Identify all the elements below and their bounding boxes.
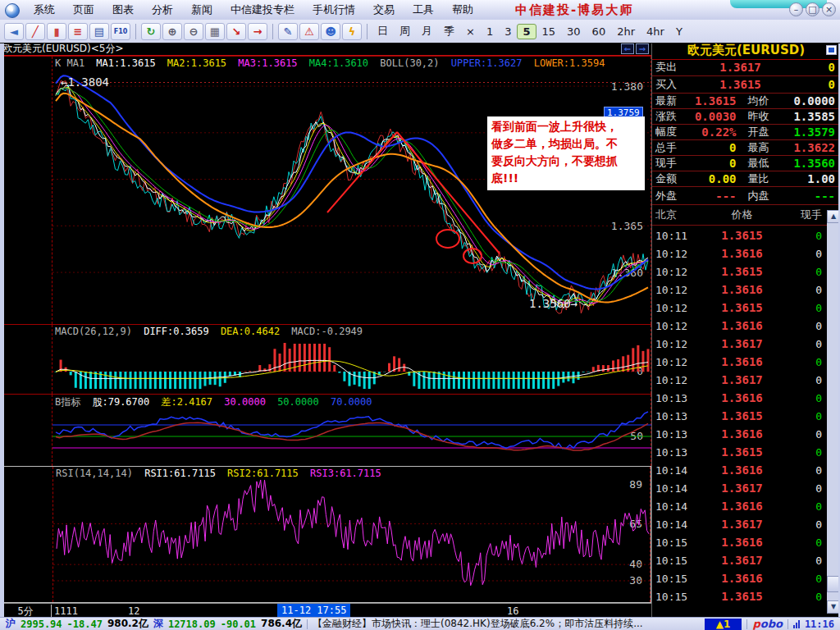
menu-item-8[interactable]: 工具 (404, 0, 443, 20)
pobo-logo: pobo (752, 618, 782, 630)
news-ticker[interactable]: 【金融财经】市场快讯：理士(0842.HK)登场破底6.2%；即市沽压料持续..… (313, 617, 700, 630)
tape-row: 10:151.36160 (652, 533, 827, 551)
b-diff-value: 差:2.4167 (162, 396, 213, 408)
tape-row: 10:121.36150 (652, 299, 827, 317)
tape-volume: 0 (781, 302, 827, 314)
tape-volume: 0 (781, 374, 827, 386)
zoom-in-icon[interactable]: ⊕ (162, 23, 182, 40)
period-button-30[interactable]: 30 (561, 24, 587, 39)
menu-item-3[interactable]: 分析 (143, 0, 182, 20)
quote-list-icon[interactable]: ≡ (68, 23, 88, 40)
tape-volume: 0 (781, 555, 827, 567)
period-button-季[interactable]: 季 (438, 22, 460, 40)
macd-pane[interactable]: 0 MACD(26,12,9) DIFF:0.3659 DEA:0.4642 M… (0, 324, 651, 394)
rsi-title: RSI(14,14,14) (56, 468, 133, 479)
period-button-15[interactable]: 15 (536, 24, 562, 39)
alarm-icon[interactable]: ⚠ (299, 23, 319, 40)
tape-time: 10:12 (652, 284, 703, 296)
rsi-pane[interactable]: 89654030 RSI(14,14,14) RSI1:61.7115 RSI2… (0, 466, 651, 603)
period-button-5[interactable]: 5 (517, 24, 536, 39)
b-line70-value: 70.0000 (331, 396, 372, 408)
tape-price: 1.3615 (703, 229, 781, 242)
quote-value: 1.3622 (784, 141, 840, 154)
quote-label: 内盘 (745, 189, 784, 203)
tape-time: 10:12 (652, 338, 703, 350)
quote-row-3: 总手0最高1.3622 (652, 140, 840, 156)
menu-item-7[interactable]: 交易 (364, 0, 404, 20)
trade-note-annotation[interactable]: 看到前面一波上升很快， 做多二单，均损出局。不 要反向大方向，不要想抓 底!!! (487, 116, 645, 190)
toolbar: ◄╱▮≡▤F10↻⊕⊖▦↘→✎⚠☻ϟ日周月季×1351530602hr4hrY (0, 20, 840, 43)
main-plot-area[interactable] (52, 57, 651, 324)
period-button-60[interactable]: 60 (587, 24, 612, 39)
quote-row-2: 幅度0.22%开盘1.3579 (652, 125, 840, 140)
window-next-icon[interactable]: ↘ (226, 23, 246, 40)
menu-item-1[interactable]: 页面 (64, 0, 103, 20)
period-button-2hr[interactable]: 2hr (611, 24, 641, 39)
statusbar-divider (788, 619, 788, 629)
tape-volume: 0 (781, 248, 827, 260)
page-jump-icon[interactable]: → (248, 23, 267, 40)
macd-value: MACD:-0.2949 (291, 326, 363, 337)
rsi2-value: RSI2:61.7115 (227, 468, 299, 479)
line-chart-icon[interactable]: ╱ (25, 23, 45, 40)
quote-panel: 欧元美元(EURUSD) 卖出 1.3617 0 买入 1.3615 0 最新1… (651, 43, 840, 617)
tape-time: 10:15 (652, 536, 703, 549)
prev-chart-button[interactable]: ⇐ (621, 43, 634, 54)
quote-row-1: 涨跌0.0030昨收1.3585 (652, 109, 840, 125)
tape-time: 10:15 (652, 591, 703, 603)
window-title: 中信建投-博易大师 (515, 2, 633, 18)
period-button-周[interactable]: 周 (394, 22, 416, 40)
period-button-3[interactable]: 3 (499, 24, 517, 39)
panel-layout-icon[interactable] (826, 45, 837, 55)
alert-indicator[interactable]: ▲1 (705, 619, 742, 630)
time-tick-1: 1111 (54, 605, 78, 617)
f10-icon[interactable]: F10 (111, 23, 130, 40)
back-icon[interactable]: ◄ (4, 23, 24, 40)
refresh-icon[interactable]: ↻ (141, 23, 161, 40)
rsi-plot-area[interactable] (52, 467, 651, 602)
tape-price: 1.3615 (703, 445, 781, 459)
b-line30-value: 30.0000 (224, 396, 266, 408)
menu-item-5[interactable]: 中信建投专栏 (221, 0, 304, 20)
tape-price: 1.3615 (703, 409, 781, 422)
period-button-Y[interactable]: Y (670, 24, 688, 39)
next-chart-button[interactable]: ⇒ (636, 43, 649, 54)
kline-chart-icon[interactable]: ▮ (47, 23, 66, 40)
quote-value: 1.3585 (784, 110, 840, 123)
period-button-4hr[interactable]: 4hr (641, 24, 670, 39)
tape-time: 10:15 (652, 573, 703, 585)
hand-icon[interactable]: ▦ (205, 23, 225, 40)
tape-price: 1.3616 (703, 283, 781, 296)
period-button-月[interactable]: 月 (416, 22, 438, 40)
report-icon[interactable]: ▤ (89, 23, 109, 40)
users-icon[interactable]: ☻ (321, 23, 340, 40)
period-button-日[interactable]: 日 (372, 22, 394, 40)
tape-row: 10:121.36170 (652, 335, 827, 353)
draw-line-icon[interactable]: ✎ (278, 23, 298, 40)
app-icon[interactable] (5, 3, 20, 18)
menu-bar: 系统页面图表分析新闻中信建投专栏手机行情交易工具帮助 中信建投-博易大师 –□× (0, 0, 840, 21)
quote-label: 幅度 (652, 125, 688, 139)
sh-market-label: 沪 (6, 617, 16, 630)
tape-row: 10:121.36160 (652, 353, 827, 371)
period-button-×[interactable]: × (460, 24, 481, 39)
close-button[interactable]: × (822, 2, 836, 16)
macd-indicator-readout: MACD(26,12,9) DIFF:0.3659 DEA:0.4642 MAC… (55, 326, 368, 337)
tape-time: 10:13 (652, 410, 703, 422)
sell-row: 卖出 1.3617 0 (652, 59, 840, 76)
flash-icon[interactable]: ϟ (342, 23, 362, 40)
menu-item-2[interactable]: 图表 (103, 0, 143, 20)
b-indicator-pane[interactable]: 50 B指标 股:79.6700 差:2.4167 30.0000 50.000… (0, 394, 651, 466)
tape-row: 10:151.36160 (652, 569, 827, 587)
menu-item-6[interactable]: 手机行情 (304, 0, 364, 20)
restore-button[interactable]: □ (806, 2, 819, 16)
b-indicator-readout: B指标 股:79.6700 差:2.4167 30.0000 50.0000 7… (55, 395, 378, 409)
quote-value: 1.00 (784, 172, 840, 185)
minimize-button[interactable]: – (789, 2, 803, 16)
menu-item-4[interactable]: 新闻 (182, 0, 221, 20)
menu-item-9[interactable]: 帮助 (443, 0, 482, 20)
zoom-out-icon[interactable]: ⊖ (184, 23, 203, 40)
buy-row: 买入 1.3615 0 (652, 76, 840, 94)
menu-item-0[interactable]: 系统 (25, 0, 64, 20)
period-button-1[interactable]: 1 (481, 24, 499, 39)
